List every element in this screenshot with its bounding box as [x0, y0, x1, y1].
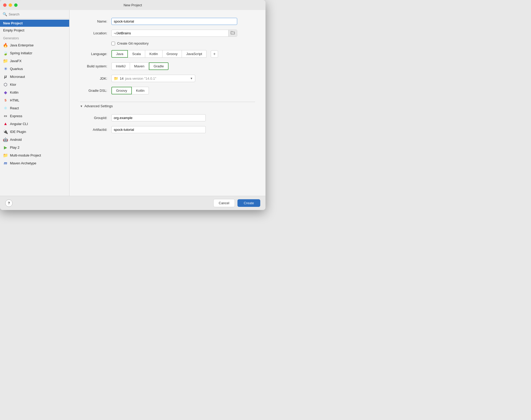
language-label: Language:: [80, 52, 111, 56]
gradle-dsl-kotlin-button[interactable]: Kotlin: [132, 87, 149, 94]
git-checkbox-row: Create Git repository: [111, 41, 255, 45]
advanced-settings-header[interactable]: ▼ Advanced Settings: [80, 102, 255, 110]
javafx-icon: 📁: [3, 58, 8, 63]
window-title: New Project: [123, 3, 142, 7]
language-groovy-button[interactable]: Groovy: [162, 50, 182, 58]
artifactid-row: ArtifactId:: [80, 126, 255, 133]
jdk-selector[interactable]: 📁 14 java version "14.0.1" ▼: [111, 75, 195, 82]
sidebar-item-quarkus[interactable]: ✳ Quarkus: [0, 65, 69, 73]
location-label: Location:: [80, 31, 111, 35]
sidebar-item-multi-module[interactable]: 📁 Multi-module Project: [0, 151, 69, 159]
sidebar-item-maven-archetype[interactable]: m Maven Archetype: [0, 159, 69, 167]
express-icon: ex: [3, 114, 8, 118]
window-controls: [3, 3, 18, 7]
main-panel: Name: Location: Crea: [69, 10, 266, 196]
minimize-button[interactable]: [9, 3, 12, 7]
sidebar-item-java-enterprise[interactable]: 🔥 Java Enterprise: [0, 41, 69, 49]
help-button[interactable]: ?: [5, 200, 13, 207]
advanced-fields: GroupId: ArtifactId:: [80, 114, 255, 133]
location-wrapper: [111, 30, 237, 37]
search-bar[interactable]: 🔍: [0, 10, 69, 19]
sidebar-item-spring-initializr[interactable]: 🍃 Spring Initializr: [0, 49, 69, 57]
sidebar-item-react[interactable]: ⚛ React: [0, 104, 69, 112]
spring-icon: 🍃: [3, 51, 8, 55]
title-bar: New Project: [0, 0, 266, 10]
android-icon: 🤖: [3, 137, 8, 142]
sidebar-list: New Project Empty Project Generators 🔥 J…: [0, 19, 69, 196]
location-row: Location:: [80, 30, 255, 37]
language-row: Language: Java Scala Kotlin Groovy JavaS…: [80, 50, 255, 58]
search-input[interactable]: [9, 12, 67, 16]
sidebar-item-express[interactable]: ex Express: [0, 112, 69, 120]
sidebar-item-ktor[interactable]: ⬡ Ktor: [0, 80, 69, 88]
java-enterprise-icon: 🔥: [3, 43, 8, 47]
footer: ? Cancel Create: [0, 196, 266, 210]
angular-icon: ▲: [3, 121, 8, 126]
build-button-group: IntelliJ Maven Gradle: [111, 62, 255, 70]
jdk-dropdown-arrow: ▼: [190, 77, 193, 80]
build-gradle-button[interactable]: Gradle: [149, 62, 169, 70]
ide-plugin-icon: 🔌: [3, 129, 8, 134]
maximize-button[interactable]: [14, 3, 18, 7]
artifactid-input[interactable]: [111, 126, 206, 133]
ktor-icon: ⬡: [3, 82, 8, 87]
multi-module-icon: 📁: [3, 153, 8, 158]
build-intellij-button[interactable]: IntelliJ: [111, 62, 130, 70]
name-row: Name:: [80, 18, 255, 25]
sidebar-item-android[interactable]: 🤖 Android: [0, 136, 69, 143]
jdk-detail: java version "14.0.1": [125, 77, 156, 80]
sidebar-item-angular-cli[interactable]: ▲ Angular CLI: [0, 120, 69, 128]
sidebar-item-ide-plugin[interactable]: 🔌 IDE Plugin: [0, 128, 69, 136]
search-icon: 🔍: [3, 12, 7, 16]
close-button[interactable]: [3, 3, 7, 7]
quarkus-icon: ✳: [3, 66, 8, 71]
artifactid-label: ArtifactId:: [80, 128, 111, 132]
gradle-dsl-groovy-button[interactable]: Groovy: [111, 87, 132, 94]
html-icon: 5: [3, 98, 8, 103]
advanced-arrow-icon: ▼: [80, 105, 83, 108]
language-kotlin-button[interactable]: Kotlin: [145, 50, 162, 58]
jdk-folder-icon: 📁: [114, 76, 118, 80]
name-label: Name:: [80, 19, 111, 23]
build-maven-button[interactable]: Maven: [130, 62, 149, 70]
cancel-button[interactable]: Cancel: [213, 199, 235, 207]
sidebar-item-play2[interactable]: ▶ Play 2: [0, 143, 69, 151]
groupid-input[interactable]: [111, 114, 206, 121]
play2-icon: ▶: [3, 145, 8, 150]
advanced-section: ▼ Advanced Settings GroupId: ArtifactId:: [80, 102, 255, 138]
sidebar-item-empty-project[interactable]: Empty Project: [0, 27, 69, 34]
micronaut-icon: μ: [3, 74, 8, 79]
build-system-label: Build system:: [80, 64, 111, 68]
git-checkbox[interactable]: [111, 42, 115, 45]
advanced-title: Advanced Settings: [84, 104, 113, 108]
language-javascript-button[interactable]: JavaScript: [182, 50, 207, 58]
gradle-dsl-row: Gradle DSL: Groovy Kotlin: [80, 87, 255, 94]
sidebar: 🔍 New Project Empty Project Generators 🔥…: [0, 10, 69, 196]
folder-browse-button[interactable]: [228, 30, 237, 36]
jdk-label: JDK:: [80, 77, 111, 80]
git-checkbox-label: Create Git repository: [117, 41, 149, 45]
build-system-row: Build system: IntelliJ Maven Gradle: [80, 62, 255, 70]
language-java-button[interactable]: Java: [111, 50, 128, 58]
language-button-group: Java Scala Kotlin Groovy JavaScript: [111, 50, 207, 58]
create-button[interactable]: Create: [237, 199, 260, 207]
gradle-dsl-label: Gradle DSL:: [80, 89, 111, 93]
gradle-dsl-button-group: Groovy Kotlin: [111, 87, 255, 94]
sidebar-item-micronaut[interactable]: μ Micronaut: [0, 73, 69, 80]
kotlin-icon: ◆: [3, 90, 8, 95]
groupid-row: GroupId:: [80, 114, 255, 121]
sidebar-item-javafx[interactable]: 📁 JavaFX: [0, 57, 69, 65]
location-input[interactable]: [112, 30, 228, 36]
add-language-button[interactable]: +: [211, 50, 218, 58]
react-icon: ⚛: [3, 106, 8, 110]
jdk-row: JDK: 📁 14 java version "14.0.1" ▼: [80, 75, 255, 82]
sidebar-item-new-project[interactable]: New Project: [0, 20, 69, 27]
name-input[interactable]: [111, 18, 237, 25]
sidebar-item-kotlin[interactable]: ◆ Kotlin: [0, 88, 69, 96]
maven-icon: m: [3, 161, 8, 165]
groupid-label: GroupId:: [80, 116, 111, 120]
language-scala-button[interactable]: Scala: [128, 50, 145, 58]
sidebar-item-html[interactable]: 5 HTML: [0, 96, 69, 104]
generators-category: Generators: [0, 34, 69, 41]
jdk-version: 14: [120, 77, 123, 80]
